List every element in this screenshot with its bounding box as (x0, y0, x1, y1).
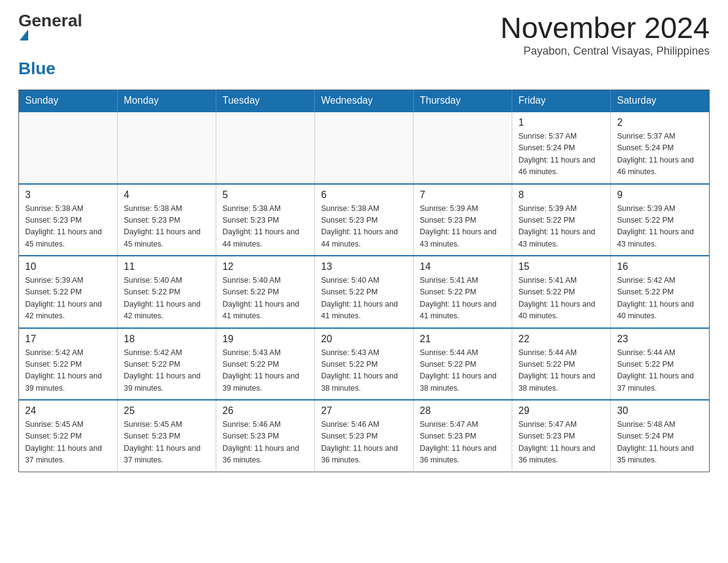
calendar-cell: 5Sunrise: 5:38 AM Sunset: 5:23 PM Daylig… (216, 184, 315, 256)
calendar-cell: 23Sunrise: 5:44 AM Sunset: 5:22 PM Dayli… (611, 328, 710, 400)
logo-triangle-icon (20, 29, 28, 40)
day-number: 3 (25, 190, 111, 201)
day-number: 22 (518, 334, 604, 345)
calendar-cell: 10Sunrise: 5:39 AM Sunset: 5:22 PM Dayli… (19, 256, 118, 328)
day-number: 24 (25, 405, 111, 416)
day-of-week-header: Sunday (19, 90, 118, 112)
day-number: 27 (321, 405, 407, 416)
calendar-cell: 3Sunrise: 5:38 AM Sunset: 5:23 PM Daylig… (19, 184, 118, 256)
day-number: 13 (321, 261, 407, 272)
day-number: 26 (222, 405, 308, 416)
calendar-cell: 16Sunrise: 5:42 AM Sunset: 5:22 PM Dayli… (611, 256, 710, 328)
day-info: Sunrise: 5:43 AM Sunset: 5:22 PM Dayligh… (321, 347, 407, 395)
day-of-week-header: Saturday (611, 90, 710, 112)
day-number: 8 (518, 190, 604, 201)
calendar-cell: 28Sunrise: 5:47 AM Sunset: 5:23 PM Dayli… (414, 400, 512, 472)
calendar-cell: 29Sunrise: 5:47 AM Sunset: 5:23 PM Dayli… (512, 400, 611, 472)
day-info: Sunrise: 5:48 AM Sunset: 5:24 PM Dayligh… (617, 419, 703, 467)
calendar-header-row: SundayMondayTuesdayWednesdayThursdayFrid… (19, 90, 710, 112)
day-number: 14 (420, 261, 506, 272)
day-of-week-header: Friday (512, 90, 611, 112)
day-info: Sunrise: 5:40 AM Sunset: 5:22 PM Dayligh… (222, 275, 308, 323)
day-number: 5 (222, 190, 308, 201)
calendar-cell: 26Sunrise: 5:46 AM Sunset: 5:23 PM Dayli… (216, 400, 315, 472)
day-info: Sunrise: 5:42 AM Sunset: 5:22 PM Dayligh… (25, 347, 111, 395)
calendar-week-row: 10Sunrise: 5:39 AM Sunset: 5:22 PM Dayli… (19, 256, 710, 328)
calendar-week-row: 1Sunrise: 5:37 AM Sunset: 5:24 PM Daylig… (19, 112, 710, 184)
calendar-cell: 7Sunrise: 5:39 AM Sunset: 5:23 PM Daylig… (414, 184, 512, 256)
day-info: Sunrise: 5:37 AM Sunset: 5:24 PM Dayligh… (617, 131, 703, 178)
day-of-week-header: Tuesday (216, 90, 315, 112)
day-info: Sunrise: 5:41 AM Sunset: 5:22 PM Dayligh… (518, 275, 604, 323)
day-number: 10 (25, 261, 111, 272)
day-info: Sunrise: 5:46 AM Sunset: 5:23 PM Dayligh… (321, 419, 407, 467)
day-info: Sunrise: 5:44 AM Sunset: 5:22 PM Dayligh… (420, 347, 506, 395)
day-info: Sunrise: 5:44 AM Sunset: 5:22 PM Dayligh… (518, 347, 604, 395)
calendar-cell: 1Sunrise: 5:37 AM Sunset: 5:24 PM Daylig… (512, 112, 611, 184)
calendar-cell: 4Sunrise: 5:38 AM Sunset: 5:23 PM Daylig… (118, 184, 216, 256)
day-number: 11 (124, 261, 210, 272)
logo-general-text: General (18, 11, 82, 30)
calendar-cell: 15Sunrise: 5:41 AM Sunset: 5:22 PM Dayli… (512, 256, 611, 328)
day-info: Sunrise: 5:41 AM Sunset: 5:22 PM Dayligh… (420, 275, 506, 323)
calendar-week-row: 17Sunrise: 5:42 AM Sunset: 5:22 PM Dayli… (19, 328, 710, 400)
day-info: Sunrise: 5:46 AM Sunset: 5:23 PM Dayligh… (222, 419, 308, 467)
calendar-cell: 2Sunrise: 5:37 AM Sunset: 5:24 PM Daylig… (611, 112, 710, 184)
calendar-cell (216, 112, 315, 184)
calendar-cell: 13Sunrise: 5:40 AM Sunset: 5:22 PM Dayli… (315, 256, 414, 328)
day-info: Sunrise: 5:40 AM Sunset: 5:22 PM Dayligh… (321, 275, 407, 323)
logo-blue-text: Blue (18, 59, 56, 78)
day-info: Sunrise: 5:38 AM Sunset: 5:23 PM Dayligh… (124, 203, 210, 251)
day-info: Sunrise: 5:47 AM Sunset: 5:23 PM Dayligh… (518, 419, 604, 467)
day-number: 4 (124, 190, 210, 201)
day-info: Sunrise: 5:39 AM Sunset: 5:22 PM Dayligh… (617, 203, 703, 251)
day-info: Sunrise: 5:39 AM Sunset: 5:23 PM Dayligh… (420, 203, 506, 251)
calendar-cell (118, 112, 216, 184)
logo: General Blue (18, 12, 82, 77)
day-number: 18 (124, 334, 210, 345)
calendar-cell: 21Sunrise: 5:44 AM Sunset: 5:22 PM Dayli… (414, 328, 512, 400)
day-info: Sunrise: 5:42 AM Sunset: 5:22 PM Dayligh… (617, 275, 703, 323)
page-header: General Blue November 2024 Payabon, Cent… (18, 12, 710, 77)
page-title: November 2024 (500, 12, 710, 45)
calendar-cell: 30Sunrise: 5:48 AM Sunset: 5:24 PM Dayli… (611, 400, 710, 472)
calendar-cell (315, 112, 414, 184)
day-info: Sunrise: 5:37 AM Sunset: 5:24 PM Dayligh… (518, 131, 604, 178)
calendar-cell: 25Sunrise: 5:45 AM Sunset: 5:23 PM Dayli… (118, 400, 216, 472)
day-number: 20 (321, 334, 407, 345)
calendar-cell: 18Sunrise: 5:42 AM Sunset: 5:22 PM Dayli… (118, 328, 216, 400)
day-number: 28 (420, 405, 506, 416)
day-number: 29 (518, 405, 604, 416)
day-number: 12 (222, 261, 308, 272)
day-number: 25 (124, 405, 210, 416)
page-subtitle: Payabon, Central Visayas, Philippines (500, 45, 710, 58)
day-number: 21 (420, 334, 506, 345)
day-number: 30 (617, 405, 703, 416)
calendar-cell: 9Sunrise: 5:39 AM Sunset: 5:22 PM Daylig… (611, 184, 710, 256)
day-of-week-header: Wednesday (315, 90, 414, 112)
calendar-cell: 11Sunrise: 5:40 AM Sunset: 5:22 PM Dayli… (118, 256, 216, 328)
day-info: Sunrise: 5:44 AM Sunset: 5:22 PM Dayligh… (617, 347, 703, 395)
day-number: 23 (617, 334, 703, 345)
day-info: Sunrise: 5:39 AM Sunset: 5:22 PM Dayligh… (25, 275, 111, 323)
day-of-week-header: Monday (118, 90, 216, 112)
day-number: 6 (321, 190, 407, 201)
calendar-cell (414, 112, 512, 184)
day-info: Sunrise: 5:43 AM Sunset: 5:22 PM Dayligh… (222, 347, 308, 395)
day-info: Sunrise: 5:47 AM Sunset: 5:23 PM Dayligh… (420, 419, 506, 467)
day-info: Sunrise: 5:42 AM Sunset: 5:22 PM Dayligh… (124, 347, 210, 395)
day-info: Sunrise: 5:39 AM Sunset: 5:22 PM Dayligh… (518, 203, 604, 251)
calendar-cell: 17Sunrise: 5:42 AM Sunset: 5:22 PM Dayli… (19, 328, 118, 400)
calendar-cell: 12Sunrise: 5:40 AM Sunset: 5:22 PM Dayli… (216, 256, 315, 328)
day-number: 15 (518, 261, 604, 272)
calendar-week-row: 24Sunrise: 5:45 AM Sunset: 5:22 PM Dayli… (19, 400, 710, 472)
calendar-cell: 8Sunrise: 5:39 AM Sunset: 5:22 PM Daylig… (512, 184, 611, 256)
day-number: 2 (617, 117, 703, 128)
day-info: Sunrise: 5:45 AM Sunset: 5:22 PM Dayligh… (25, 419, 111, 467)
day-number: 17 (25, 334, 111, 345)
day-number: 19 (222, 334, 308, 345)
calendar-cell (19, 112, 118, 184)
title-block: November 2024 Payabon, Central Visayas, … (500, 12, 710, 58)
calendar-cell: 24Sunrise: 5:45 AM Sunset: 5:22 PM Dayli… (19, 400, 118, 472)
day-number: 16 (617, 261, 703, 272)
